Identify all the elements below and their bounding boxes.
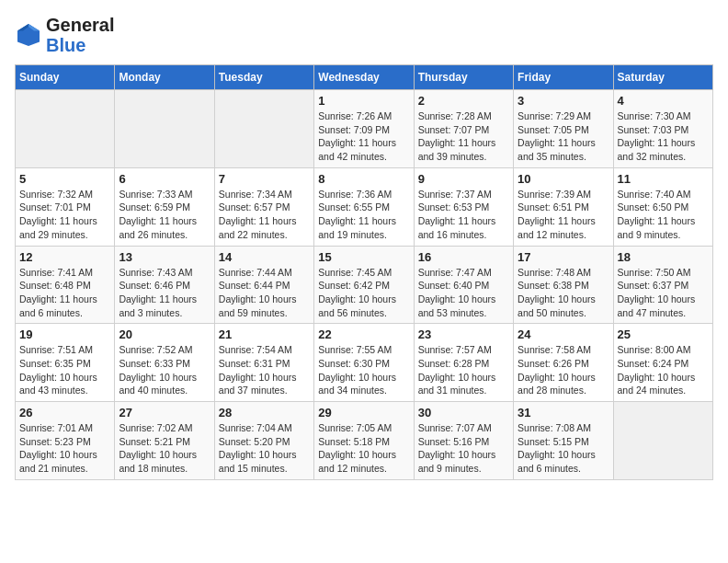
day-number: 3 xyxy=(518,94,609,108)
calendar-day-cell: 27Sunrise: 7:02 AM Sunset: 5:21 PM Dayli… xyxy=(115,402,214,480)
day-info: Sunrise: 7:33 AM Sunset: 6:59 PM Dayligh… xyxy=(119,188,210,242)
day-number: 9 xyxy=(418,172,509,186)
calendar-header-row: SundayMondayTuesdayWednesdayThursdayFrid… xyxy=(16,65,713,90)
calendar-day-cell: 1Sunrise: 7:26 AM Sunset: 7:09 PM Daylig… xyxy=(314,90,414,168)
calendar-day-cell: 24Sunrise: 7:58 AM Sunset: 6:26 PM Dayli… xyxy=(514,324,613,402)
day-info: Sunrise: 7:26 AM Sunset: 7:09 PM Dayligh… xyxy=(318,109,409,164)
calendar-day-cell: 8Sunrise: 7:36 AM Sunset: 6:55 PM Daylig… xyxy=(314,167,414,246)
calendar-day-cell: 22Sunrise: 7:55 AM Sunset: 6:30 PM Dayli… xyxy=(314,324,414,402)
day-info: Sunrise: 7:43 AM Sunset: 6:46 PM Dayligh… xyxy=(119,266,210,320)
day-number: 5 xyxy=(19,172,110,186)
calendar-weekday-header: Friday xyxy=(514,65,613,90)
day-info: Sunrise: 7:34 AM Sunset: 6:57 PM Dayligh… xyxy=(219,188,310,242)
day-info: Sunrise: 7:48 AM Sunset: 6:38 PM Dayligh… xyxy=(518,266,609,320)
logo-icon xyxy=(15,21,42,49)
day-number: 29 xyxy=(318,406,409,419)
day-number: 4 xyxy=(618,94,709,108)
day-number: 18 xyxy=(618,250,709,264)
day-number: 14 xyxy=(219,250,310,264)
day-number: 30 xyxy=(418,406,509,419)
day-info: Sunrise: 7:02 AM Sunset: 5:21 PM Dayligh… xyxy=(119,421,210,476)
calendar-day-cell xyxy=(214,90,313,168)
day-number: 7 xyxy=(219,172,310,186)
calendar-day-cell: 20Sunrise: 7:52 AM Sunset: 6:33 PM Dayli… xyxy=(115,324,214,402)
day-number: 12 xyxy=(19,250,110,264)
calendar-week-row: 12Sunrise: 7:41 AM Sunset: 6:48 PM Dayli… xyxy=(16,246,713,324)
day-info: Sunrise: 7:57 AM Sunset: 6:28 PM Dayligh… xyxy=(418,343,509,397)
calendar-day-cell: 31Sunrise: 7:08 AM Sunset: 5:15 PM Dayli… xyxy=(514,402,613,480)
day-number: 28 xyxy=(219,406,310,419)
calendar-day-cell: 9Sunrise: 7:37 AM Sunset: 6:53 PM Daylig… xyxy=(414,167,513,246)
day-number: 8 xyxy=(318,172,409,186)
calendar-week-row: 1Sunrise: 7:26 AM Sunset: 7:09 PM Daylig… xyxy=(16,90,713,168)
day-info: Sunrise: 8:00 AM Sunset: 6:24 PM Dayligh… xyxy=(618,343,709,397)
day-number: 25 xyxy=(618,327,709,341)
day-number: 27 xyxy=(119,406,210,419)
calendar-weekday-header: Saturday xyxy=(613,65,712,90)
day-info: Sunrise: 7:08 AM Sunset: 5:15 PM Dayligh… xyxy=(518,421,609,476)
calendar-day-cell: 2Sunrise: 7:28 AM Sunset: 7:07 PM Daylig… xyxy=(414,90,513,168)
day-number: 21 xyxy=(219,327,310,341)
calendar-day-cell: 21Sunrise: 7:54 AM Sunset: 6:31 PM Dayli… xyxy=(214,324,313,402)
calendar-weekday-header: Sunday xyxy=(16,65,115,90)
day-number: 24 xyxy=(518,327,609,341)
calendar-weekday-header: Tuesday xyxy=(214,65,313,90)
day-info: Sunrise: 7:44 AM Sunset: 6:44 PM Dayligh… xyxy=(219,266,310,320)
calendar-day-cell: 14Sunrise: 7:44 AM Sunset: 6:44 PM Dayli… xyxy=(214,246,313,324)
calendar-day-cell: 10Sunrise: 7:39 AM Sunset: 6:51 PM Dayli… xyxy=(514,167,613,246)
calendar-body: 1Sunrise: 7:26 AM Sunset: 7:09 PM Daylig… xyxy=(16,90,713,480)
day-info: Sunrise: 7:36 AM Sunset: 6:55 PM Dayligh… xyxy=(318,188,409,242)
day-number: 6 xyxy=(119,172,210,186)
calendar-weekday-header: Thursday xyxy=(414,65,513,90)
calendar-day-cell: 7Sunrise: 7:34 AM Sunset: 6:57 PM Daylig… xyxy=(214,167,313,246)
day-info: Sunrise: 7:05 AM Sunset: 5:18 PM Dayligh… xyxy=(318,421,409,476)
day-info: Sunrise: 7:28 AM Sunset: 7:07 PM Dayligh… xyxy=(418,109,509,164)
day-number: 2 xyxy=(418,94,509,108)
day-number: 16 xyxy=(418,250,509,264)
day-number: 22 xyxy=(318,327,409,341)
day-info: Sunrise: 7:30 AM Sunset: 7:03 PM Dayligh… xyxy=(618,109,709,164)
calendar-day-cell: 30Sunrise: 7:07 AM Sunset: 5:16 PM Dayli… xyxy=(414,402,513,480)
day-number: 15 xyxy=(318,250,409,264)
calendar-day-cell: 19Sunrise: 7:51 AM Sunset: 6:35 PM Dayli… xyxy=(16,324,115,402)
day-info: Sunrise: 7:01 AM Sunset: 5:23 PM Dayligh… xyxy=(19,421,110,476)
day-info: Sunrise: 7:40 AM Sunset: 6:50 PM Dayligh… xyxy=(618,188,709,242)
day-number: 23 xyxy=(418,327,509,341)
logo-text: General Blue xyxy=(46,15,114,55)
calendar-day-cell: 15Sunrise: 7:45 AM Sunset: 6:42 PM Dayli… xyxy=(314,246,414,324)
calendar-weekday-header: Wednesday xyxy=(314,65,414,90)
calendar-day-cell: 23Sunrise: 7:57 AM Sunset: 6:28 PM Dayli… xyxy=(414,324,513,402)
day-info: Sunrise: 7:37 AM Sunset: 6:53 PM Dayligh… xyxy=(418,188,509,242)
calendar-day-cell: 17Sunrise: 7:48 AM Sunset: 6:38 PM Dayli… xyxy=(514,246,613,324)
calendar-day-cell xyxy=(16,90,115,168)
calendar-day-cell: 11Sunrise: 7:40 AM Sunset: 6:50 PM Dayli… xyxy=(613,167,712,246)
day-info: Sunrise: 7:51 AM Sunset: 6:35 PM Dayligh… xyxy=(19,343,110,397)
logo: General Blue xyxy=(15,15,114,55)
calendar-day-cell xyxy=(115,90,214,168)
day-info: Sunrise: 7:58 AM Sunset: 6:26 PM Dayligh… xyxy=(518,343,609,397)
day-number: 17 xyxy=(518,250,609,264)
calendar-day-cell: 6Sunrise: 7:33 AM Sunset: 6:59 PM Daylig… xyxy=(115,167,214,246)
calendar-day-cell: 18Sunrise: 7:50 AM Sunset: 6:37 PM Dayli… xyxy=(613,246,712,324)
calendar-day-cell: 3Sunrise: 7:29 AM Sunset: 7:05 PM Daylig… xyxy=(514,90,613,168)
day-number: 20 xyxy=(119,327,210,341)
calendar-day-cell: 4Sunrise: 7:30 AM Sunset: 7:03 PM Daylig… xyxy=(613,90,712,168)
calendar-day-cell: 25Sunrise: 8:00 AM Sunset: 6:24 PM Dayli… xyxy=(613,324,712,402)
calendar-day-cell: 28Sunrise: 7:04 AM Sunset: 5:20 PM Dayli… xyxy=(214,402,313,480)
day-info: Sunrise: 7:39 AM Sunset: 6:51 PM Dayligh… xyxy=(518,188,609,242)
day-info: Sunrise: 7:55 AM Sunset: 6:30 PM Dayligh… xyxy=(318,343,409,397)
day-info: Sunrise: 7:04 AM Sunset: 5:20 PM Dayligh… xyxy=(219,421,310,476)
calendar-week-row: 26Sunrise: 7:01 AM Sunset: 5:23 PM Dayli… xyxy=(16,402,713,480)
page-header: General Blue xyxy=(15,15,713,55)
calendar-day-cell: 16Sunrise: 7:47 AM Sunset: 6:40 PM Dayli… xyxy=(414,246,513,324)
day-info: Sunrise: 7:41 AM Sunset: 6:48 PM Dayligh… xyxy=(19,266,110,320)
svg-marker-0 xyxy=(17,24,40,46)
day-number: 19 xyxy=(19,327,110,341)
day-number: 26 xyxy=(19,406,110,419)
calendar-day-cell: 5Sunrise: 7:32 AM Sunset: 7:01 PM Daylig… xyxy=(16,167,115,246)
calendar-day-cell: 29Sunrise: 7:05 AM Sunset: 5:18 PM Dayli… xyxy=(314,402,414,480)
day-info: Sunrise: 7:47 AM Sunset: 6:40 PM Dayligh… xyxy=(418,266,509,320)
calendar-table: SundayMondayTuesdayWednesdayThursdayFrid… xyxy=(15,64,713,480)
calendar-day-cell: 26Sunrise: 7:01 AM Sunset: 5:23 PM Dayli… xyxy=(16,402,115,480)
day-number: 13 xyxy=(119,250,210,264)
